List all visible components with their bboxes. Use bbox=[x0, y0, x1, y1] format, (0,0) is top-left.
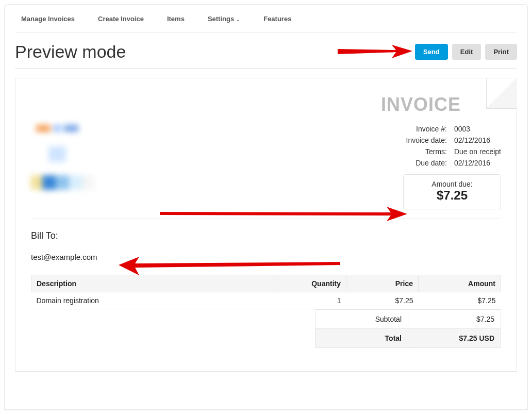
invoice-number-value: 0003 bbox=[454, 125, 501, 133]
line-items-table: Description Quantity Price Amount Domain… bbox=[31, 275, 501, 309]
action-buttons: Send Edit Print bbox=[415, 44, 517, 60]
table-row: Domain registration 1 $7.25 $7.25 bbox=[31, 292, 501, 309]
amount-due-value: $7.25 bbox=[424, 188, 480, 203]
subtotal-value: $7.25 bbox=[408, 310, 501, 329]
bill-to-email: test@example.com bbox=[31, 253, 501, 261]
col-quantity: Quantity bbox=[274, 275, 346, 292]
top-nav: Manage Invoices Create Invoice Items Set… bbox=[15, 10, 517, 32]
due-date-value: 02/12/2016 bbox=[454, 159, 501, 167]
terms-value: Due on receipt bbox=[454, 147, 501, 156]
invoice-date-value: 02/12/2016 bbox=[454, 136, 501, 144]
table-header-row: Description Quantity Price Amount bbox=[31, 275, 501, 292]
nav-manage-invoices[interactable]: Manage Invoices bbox=[21, 15, 75, 23]
invoice-date-label: Invoice date: bbox=[406, 136, 447, 144]
due-date-label: Due date: bbox=[406, 159, 447, 167]
chevron-down-icon: ⌄ bbox=[236, 17, 240, 22]
invoice-preview-card: INVOICE Invoice #: 0003 Invoice date: 02… bbox=[15, 78, 517, 372]
send-button[interactable]: Send bbox=[415, 44, 448, 60]
seller-logo-blurred bbox=[31, 125, 95, 194]
invoice-meta-column: Invoice #: 0003 Invoice date: 02/12/2016… bbox=[346, 125, 501, 209]
nav-settings-label: Settings bbox=[208, 15, 234, 23]
subtotal-row: Subtotal $7.25 bbox=[31, 310, 501, 329]
invoice-heading: INVOICE bbox=[31, 94, 501, 115]
nav-features[interactable]: Features bbox=[263, 15, 291, 23]
invoice-top-section: Invoice #: 0003 Invoice date: 02/12/2016… bbox=[31, 125, 501, 219]
cell-amount: $7.25 bbox=[419, 292, 501, 309]
col-amount: Amount bbox=[419, 275, 501, 292]
terms-label: Terms: bbox=[406, 147, 447, 156]
total-row: Total $7.25 USD bbox=[31, 329, 501, 348]
cell-price: $7.25 bbox=[346, 292, 419, 309]
subtotal-label: Subtotal bbox=[315, 310, 408, 329]
page-fold-icon bbox=[486, 78, 517, 109]
total-label: Total bbox=[315, 329, 408, 348]
cell-quantity: 1 bbox=[274, 292, 346, 309]
amount-due-label: Amount due: bbox=[424, 180, 480, 188]
print-button[interactable]: Print bbox=[485, 44, 517, 60]
page-title: Preview mode bbox=[15, 42, 126, 62]
amount-due-box: Amount due: $7.25 bbox=[403, 174, 501, 209]
app-panel: Manage Invoices Create Invoice Items Set… bbox=[4, 4, 528, 410]
bill-to-label: Bill To: bbox=[31, 230, 501, 241]
heading-row: Preview mode Send Edit Print bbox=[15, 32, 517, 69]
totals-table: Subtotal $7.25 Total $7.25 USD bbox=[31, 309, 501, 348]
total-value: $7.25 USD bbox=[408, 329, 501, 348]
cell-description: Domain registration bbox=[31, 292, 274, 309]
bill-to-section: Bill To: test@example.com bbox=[31, 230, 501, 261]
col-description: Description bbox=[31, 275, 274, 292]
nav-create-invoice[interactable]: Create Invoice bbox=[98, 15, 144, 23]
invoice-meta-grid: Invoice #: 0003 Invoice date: 02/12/2016… bbox=[406, 125, 501, 167]
col-price: Price bbox=[346, 275, 419, 292]
invoice-number-label: Invoice #: bbox=[406, 125, 447, 133]
edit-button[interactable]: Edit bbox=[452, 44, 481, 60]
nav-items[interactable]: Items bbox=[167, 15, 185, 23]
nav-settings[interactable]: Settings ⌄ bbox=[208, 15, 240, 23]
